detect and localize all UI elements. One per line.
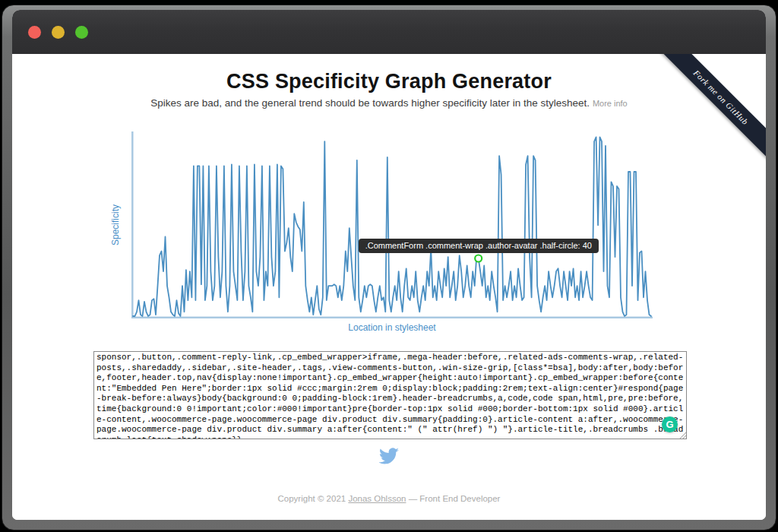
css-input[interactable]: sponsor,.button,.comment-reply-link,.cp_… <box>93 351 687 439</box>
hovered-point-marker <box>475 255 482 262</box>
specificity-chart <box>131 131 653 318</box>
close-button[interactable] <box>28 26 41 39</box>
subtitle-text: Spikes are bad, and the general trend sh… <box>150 97 590 109</box>
twitter-link[interactable] <box>379 448 399 467</box>
grammarly-icon[interactable]: G <box>662 416 678 432</box>
footer-suffix: — Front End Developer <box>406 494 500 503</box>
x-axis-label: Location in stylesheet <box>131 322 653 333</box>
css-editor-container: sponsor,.button,.comment-reply-link,.cp_… <box>93 351 687 439</box>
specificity-line-series <box>133 137 651 316</box>
browser-window: Fork me on GitHub CSS Specificity Graph … <box>2 5 776 530</box>
zoom-button[interactable] <box>75 26 88 39</box>
author-link[interactable]: Jonas Ohlsson <box>348 494 406 503</box>
more-info-link[interactable]: More info <box>593 99 628 108</box>
chart-tooltip: .CommentForm .comment-wrap .author-avata… <box>359 239 599 253</box>
footer: Copyright © 2021 Jonas Ohlsson — Front E… <box>12 494 766 503</box>
y-axis-label: Specificity <box>109 131 122 318</box>
fork-me-github-ribbon[interactable]: Fork me on GitHub <box>653 54 766 165</box>
copyright-text: Copyright © 2021 <box>278 494 349 503</box>
minimize-button[interactable] <box>52 26 65 39</box>
window-titlebar[interactable] <box>12 10 766 54</box>
page-content: Fork me on GitHub CSS Specificity Graph … <box>12 54 766 520</box>
github-ribbon-container: Fork me on GitHub <box>644 54 766 176</box>
twitter-icon <box>379 448 399 464</box>
